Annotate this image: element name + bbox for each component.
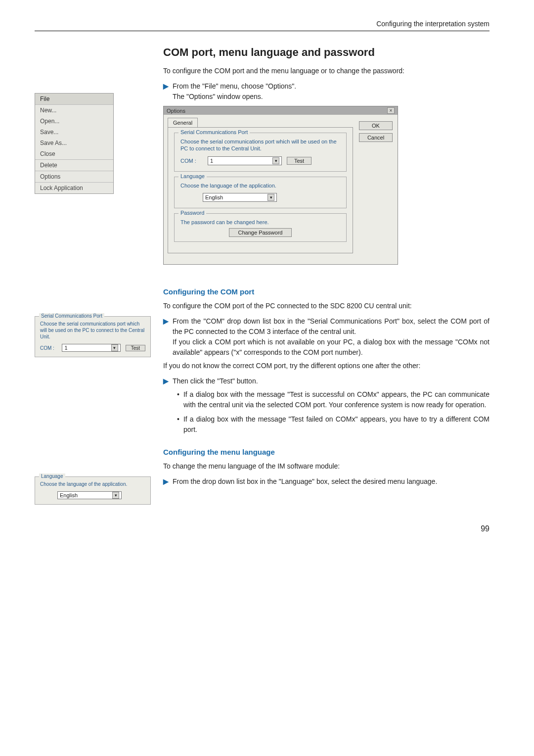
- password-legend: Password: [178, 210, 206, 216]
- menu-item-new[interactable]: New...: [35, 105, 113, 116]
- step-arrow-icon: ▶: [163, 81, 169, 102]
- options-dialog: Options × General OK Cancel Serial Commu…: [163, 106, 398, 265]
- menu-item-open[interactable]: Open...: [35, 116, 113, 127]
- chevron-down-icon[interactable]: ▾: [111, 344, 118, 351]
- running-head: Configuring the interpretation system: [35, 20, 490, 31]
- menulang-intro: To change the menu language of the IM so…: [163, 461, 490, 472]
- menu-item-lock[interactable]: Lock Application: [35, 182, 113, 193]
- bullet-text: If a dialog box with the message "Test i…: [183, 389, 490, 410]
- ok-button[interactable]: OK: [359, 121, 393, 130]
- password-help: The password can be changed here.: [180, 219, 340, 226]
- com-dropdown[interactable]: 1 ▾: [208, 156, 282, 165]
- menu-item-options[interactable]: Options: [35, 171, 113, 182]
- comport-heading: Configuring the COM port: [163, 287, 490, 296]
- language-dropdown-mini[interactable]: English ▾: [57, 491, 122, 499]
- comport-p2: If you do not know the correct COM port,…: [163, 361, 490, 371]
- test-button-mini[interactable]: Test: [126, 345, 145, 351]
- step-arrow-icon: ▶: [163, 316, 169, 358]
- language-dropdown[interactable]: English ▾: [203, 193, 277, 202]
- step-arrow-icon: ▶: [163, 476, 169, 487]
- step-text: From the drop down list box in the "Lang…: [173, 476, 490, 487]
- bullet-icon: •: [177, 414, 179, 435]
- password-group: Password The password can be changed her…: [174, 213, 347, 242]
- tab-general[interactable]: General: [168, 118, 198, 127]
- comport-intro: To configure the COM port of the PC conn…: [163, 301, 490, 311]
- step-text: From the "File" menu, choose "Options". …: [173, 81, 490, 102]
- menu-item-close[interactable]: Close: [35, 148, 113, 159]
- intro-paragraph: To configure the COM port and the menu l…: [163, 66, 490, 76]
- menu-item-save-as[interactable]: Save As...: [35, 138, 113, 148]
- serial-help: Choose the serial communications port wh…: [180, 138, 340, 152]
- serial-legend: Serial Communications Port: [178, 129, 250, 135]
- menu-item-delete[interactable]: Delete: [35, 159, 113, 171]
- chevron-down-icon[interactable]: ▾: [267, 194, 274, 201]
- section-title: COM port, menu language and password: [163, 46, 490, 59]
- step-text: Then click the "Test" button.: [173, 376, 490, 386]
- language-mini: Language Choose the language of the appl…: [35, 476, 151, 505]
- change-password-button[interactable]: Change Password: [229, 228, 292, 237]
- language-group: Language Choose the language of the appl…: [174, 177, 347, 208]
- com-dropdown-mini[interactable]: 1 ▾: [62, 344, 120, 352]
- file-menu: File New... Open... Save... Save As... C…: [35, 93, 114, 194]
- test-button[interactable]: Test: [287, 157, 312, 165]
- language-help: Choose the language of the application.: [180, 182, 340, 189]
- dialog-title: Options: [167, 108, 185, 114]
- menu-item-save[interactable]: Save...: [35, 127, 113, 138]
- serial-port-mini: Serial Communications Port Choose the se…: [35, 316, 151, 357]
- file-menu-title: File: [35, 94, 113, 105]
- com-label: COM :: [180, 158, 203, 164]
- step-arrow-icon: ▶: [163, 376, 169, 386]
- chevron-down-icon[interactable]: ▾: [272, 157, 279, 164]
- bullet-icon: •: [177, 389, 179, 410]
- close-icon[interactable]: ×: [387, 107, 395, 114]
- chevron-down-icon[interactable]: ▾: [112, 492, 119, 499]
- language-legend: Language: [178, 173, 207, 179]
- step-text: From the "COM" drop down list box in the…: [173, 316, 490, 358]
- bullet-text: If a dialog box with the message "Test f…: [183, 414, 490, 435]
- serial-port-group: Serial Communications Port Choose the se…: [174, 133, 347, 172]
- page-number: 99: [35, 524, 490, 533]
- cancel-button[interactable]: Cancel: [359, 133, 393, 142]
- menulang-heading: Configuring the menu language: [163, 448, 490, 456]
